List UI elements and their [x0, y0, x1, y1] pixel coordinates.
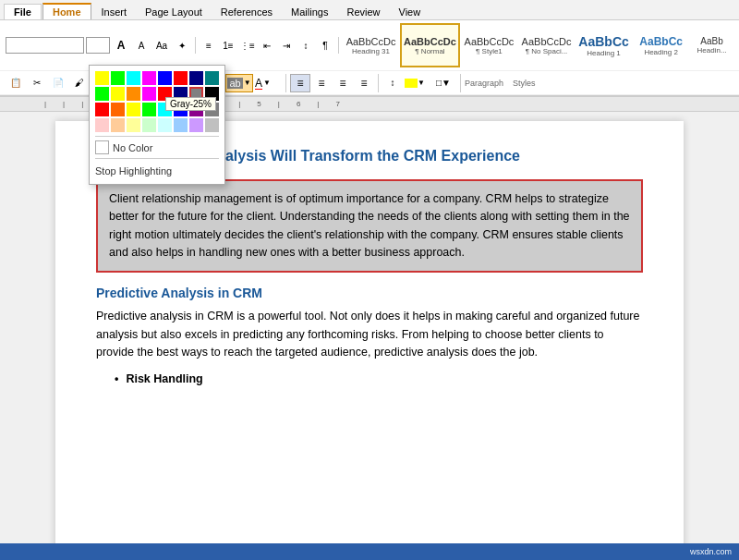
increase-indent-btn[interactable]: ⇥	[277, 37, 296, 54]
top-toolbar-row: Calibri 11 A A Aa ✦ ≡ 1≡ ⋮≡ ⇤ ⇥ ↕ ¶ AaBb…	[0, 20, 739, 71]
app-window: File Home Insert Page Layout References …	[0, 0, 739, 560]
sort-btn[interactable]: ↕	[297, 37, 315, 54]
tab-pagelayout[interactable]: Page Layout	[136, 5, 212, 19]
stop-highlighting-row: Stop Highlighting	[95, 158, 219, 178]
tab-insert[interactable]: Insert	[92, 5, 137, 19]
font-size-input[interactable]: 11	[86, 37, 110, 54]
clipboard-group: 📋 ✂ 📄 🖌	[6, 74, 94, 92]
no-color-label[interactable]: No Color	[113, 142, 152, 153]
color-brightlime[interactable]	[95, 87, 109, 101]
color-pastelorange[interactable]	[111, 118, 125, 132]
color-orange[interactable]	[127, 87, 140, 101]
style-heading3[interactable]: AaBb Headin...	[690, 23, 733, 67]
spacing-group: ↕ ▼ □▼	[382, 74, 461, 92]
copy-btn[interactable]: 📄	[48, 74, 68, 92]
color-tooltip: Gray-25%	[165, 97, 216, 111]
decrease-indent-btn[interactable]: ⇤	[258, 37, 276, 54]
no-color-row: No Color	[95, 136, 219, 154]
color-lime[interactable]	[111, 71, 125, 85]
color-silver[interactable]	[205, 118, 219, 132]
color-red[interactable]	[174, 71, 188, 85]
color-pastelblue[interactable]	[174, 118, 188, 132]
align-right-btn[interactable]: ≡	[333, 74, 353, 92]
shading-btn[interactable]: ▼	[404, 74, 430, 92]
style-normal[interactable]: AaBbCcDc ¶ Normal	[400, 23, 460, 67]
color-pastelred[interactable]	[95, 118, 109, 132]
color-yellow[interactable]	[95, 71, 109, 85]
style-heading31[interactable]: AaBbCcDc Heading 31	[343, 23, 399, 67]
color-cyan[interactable]	[127, 71, 140, 85]
align-left-btn[interactable]: ≡	[290, 74, 310, 92]
grow-font-btn[interactable]: A	[112, 37, 130, 54]
list-group: ≡ 1≡ ⋮≡ ⇤ ⇥ ↕ ¶	[200, 37, 339, 54]
stop-highlighting-btn[interactable]: Stop Highlighting	[95, 165, 172, 177]
line-spacing-btn[interactable]: ↕	[382, 74, 403, 92]
clear-formatting-btn[interactable]: ✦	[173, 37, 191, 54]
bullet-item-1: •Risk Handling	[115, 371, 643, 388]
shrink-font-btn[interactable]: A	[132, 37, 151, 54]
text-color-btn[interactable]: A ▼	[254, 74, 282, 92]
no-color-swatch[interactable]	[95, 140, 109, 154]
section1-paragraph: Predictive analysis in CRM is a powerful…	[96, 308, 643, 361]
color-pastelcyan[interactable]	[158, 118, 172, 132]
color-pastelviolet[interactable]	[189, 118, 203, 132]
status-text: wsxdn.com	[690, 547, 732, 556]
font-group: Calibri 11 A A Aa ✦	[6, 37, 196, 54]
status-bar: wsxdn.com	[0, 543, 739, 560]
styles-label: Styles	[513, 79, 536, 88]
color-midgreen[interactable]	[142, 103, 156, 116]
tab-review[interactable]: Review	[337, 5, 389, 19]
change-case-btn[interactable]: Aa	[152, 37, 171, 54]
document-page: How Predictive Analysis Will Transform t…	[55, 121, 684, 559]
font-name-input[interactable]: Calibri	[6, 37, 84, 54]
multilevel-btn[interactable]: ⋮≡	[238, 37, 257, 54]
highlighted-paragraph: Client relationship management is of opt…	[109, 190, 630, 262]
align-group: ≡ ≡ ≡ ≡	[290, 74, 379, 92]
color-brightyellow[interactable]	[111, 87, 125, 101]
style-style1[interactable]: AaBbCcDc ¶ Style1	[461, 23, 517, 67]
tab-bar: File Home Insert Page Layout References …	[0, 0, 739, 20]
color-darkred[interactable]	[95, 103, 109, 116]
tab-home[interactable]: Home	[42, 3, 91, 19]
justify-btn[interactable]: ≡	[354, 74, 374, 92]
tab-references[interactable]: References	[212, 5, 282, 19]
color-picker-dropdown: Gray-25% No Color Stop Highlighting	[89, 65, 225, 185]
style-nospacing[interactable]: AaBbCcDc ¶ No Spaci...	[518, 23, 575, 67]
numbering-btn[interactable]: 1≡	[219, 37, 237, 54]
section1-title: Predictive Analysis in CRM	[96, 286, 643, 300]
paragraph-label: Paragraph	[465, 79, 503, 88]
bullet-list: •Risk Handling	[96, 371, 643, 388]
styles-thumbnails-area: AaBbCcDc Heading 31 AaBbCcDc ¶ Normal Aa…	[343, 23, 733, 67]
bullets-btn[interactable]: ≡	[200, 37, 218, 54]
tab-mailings[interactable]: Mailings	[282, 5, 337, 19]
highlighted-paragraph-box: Client relationship management is of opt…	[96, 179, 643, 274]
color-magenta[interactable]	[142, 71, 156, 85]
color-darkorange[interactable]	[111, 103, 125, 116]
color-pink[interactable]	[142, 87, 156, 101]
tab-file[interactable]: File	[4, 4, 42, 19]
show-marks-btn[interactable]: ¶	[316, 37, 334, 54]
format-painter-btn[interactable]: 🖌	[69, 74, 90, 92]
color-pastelgreen[interactable]	[142, 118, 156, 132]
style-heading2[interactable]: AaBbCc Heading 2	[633, 23, 689, 67]
color-midyellow[interactable]	[127, 103, 140, 116]
paste-btn[interactable]: 📋	[6, 74, 26, 92]
align-center-btn[interactable]: ≡	[311, 74, 332, 92]
highlight-color-btn[interactable]: ab ▼	[225, 74, 253, 92]
color-blue[interactable]	[158, 71, 172, 85]
style-heading1[interactable]: AaBbCc Heading 1	[575, 23, 632, 67]
color-teal[interactable]	[205, 71, 219, 85]
borders-btn[interactable]: □▼	[430, 74, 456, 92]
cut-btn[interactable]: ✂	[27, 74, 47, 92]
color-pastelyellow[interactable]	[127, 118, 140, 132]
tab-view[interactable]: View	[390, 5, 430, 19]
color-navy[interactable]	[189, 71, 203, 85]
